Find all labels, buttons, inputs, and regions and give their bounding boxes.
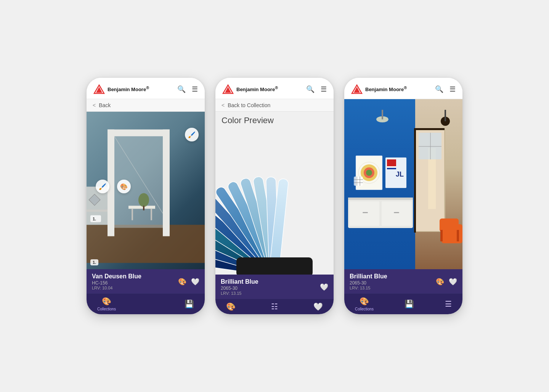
svg-rect-31 bbox=[236, 257, 313, 275]
phone1-room-content: 1. 🖌️ 🖌️ 🎨 1. bbox=[87, 112, 205, 269]
save-nav-item-3[interactable]: 💾 bbox=[405, 299, 414, 308]
color-info-row-3: Brilliant Blue 2065-30 LRV: 13.15 🎨 🤍 bbox=[350, 273, 457, 290]
heart-nav-icon: 🤍 bbox=[313, 302, 323, 311]
bm-brand-name-2: Benjamin Moore® bbox=[236, 85, 278, 92]
color-details: Van Deusen Blue HC-156 LRV: 10.04 bbox=[92, 273, 141, 290]
svg-text:JL: JL bbox=[396, 170, 404, 178]
svg-rect-9 bbox=[132, 209, 133, 220]
bm-logo-icon-2 bbox=[222, 84, 234, 94]
svg-rect-41 bbox=[419, 146, 441, 147]
phone2-color-info: Brilliant Blue 2065-30 LRV: 13.15 🤍 bbox=[215, 275, 334, 299]
color-name: Van Deusen Blue bbox=[92, 273, 141, 280]
collections-nav-item-3[interactable]: 🎨 Collections bbox=[355, 297, 374, 311]
back-chevron: < bbox=[93, 102, 96, 108]
svg-rect-44 bbox=[350, 201, 379, 226]
collections-label: Collections bbox=[97, 307, 116, 311]
svg-point-11 bbox=[138, 193, 149, 207]
save-icon: 💾 bbox=[185, 299, 194, 308]
fan-deck-icon-3[interactable]: 🎨 bbox=[436, 278, 444, 286]
color-chip-button[interactable]: 🎨 bbox=[117, 180, 131, 193]
search-icon[interactable]: 🔍 bbox=[177, 85, 186, 93]
color-details-2: Brilliant Blue 2065-30 LRV: 13.15 bbox=[221, 278, 258, 296]
color-code-2: 2065-30 bbox=[221, 286, 258, 291]
phone2-nav: < Back to Collection bbox=[215, 99, 334, 112]
phone2-footer: 🎨 ☷ 🤍 bbox=[215, 299, 334, 314]
phone1-nav: < Back bbox=[87, 99, 205, 112]
grid-icon: ☷ bbox=[271, 302, 278, 311]
color-info-row-2: Brilliant Blue 2065-30 LRV: 13.15 🤍 bbox=[221, 278, 328, 296]
benjamin-moore-logo-2: Benjamin Moore® bbox=[222, 84, 278, 94]
room3-scene-overlay: JL bbox=[344, 99, 462, 269]
lrv-value-3: LRV: 13.15 bbox=[350, 286, 387, 290]
color-action-icons-2: 🤍 bbox=[320, 283, 328, 291]
bm-logo-icon-3 bbox=[351, 84, 363, 94]
phone-2: Benjamin Moore® 🔍 ☰ < Back to Collection… bbox=[215, 78, 334, 314]
heart-icon-2[interactable]: 🤍 bbox=[320, 283, 328, 291]
svg-rect-63 bbox=[457, 230, 459, 241]
bm-logo-icon bbox=[93, 84, 105, 94]
svg-rect-2 bbox=[87, 225, 205, 263]
heart-nav-item[interactable]: 🤍 bbox=[313, 302, 323, 311]
svg-rect-5 bbox=[108, 130, 170, 137]
bm-brand-name: Benjamin Moore® bbox=[108, 85, 149, 92]
save-nav-item[interactable]: 💾 bbox=[185, 299, 194, 308]
sliders-icon: ☰ bbox=[445, 299, 452, 308]
svg-rect-62 bbox=[440, 230, 443, 241]
save-icon-3: 💾 bbox=[405, 299, 414, 308]
phones-container: Benjamin Moore® 🔍 ☰ < Back bbox=[87, 78, 462, 314]
grid-nav-item[interactable]: ☷ bbox=[271, 302, 278, 311]
svg-rect-58 bbox=[387, 168, 396, 169]
header-actions: 🔍 ☰ bbox=[177, 85, 198, 93]
room1-background: 1. 🖌️ 🖌️ 🎨 1. bbox=[87, 112, 205, 269]
phone-1: Benjamin Moore® 🔍 ☰ < Back bbox=[87, 78, 205, 314]
svg-rect-47 bbox=[394, 212, 399, 213]
color-action-icons-3: 🎨 🤍 bbox=[436, 278, 457, 286]
svg-text:1.: 1. bbox=[93, 217, 96, 221]
svg-point-53 bbox=[366, 170, 372, 176]
svg-rect-12 bbox=[143, 206, 144, 210]
menu-icon-3[interactable]: ☰ bbox=[449, 85, 456, 93]
fan-deck-icon[interactable]: 🎨 bbox=[178, 278, 186, 286]
color-name-2: Brilliant Blue bbox=[221, 278, 258, 285]
menu-icon[interactable]: ☰ bbox=[192, 85, 198, 93]
phone1-header: Benjamin Moore® 🔍 ☰ bbox=[87, 78, 205, 99]
menu-icon-2[interactable]: ☰ bbox=[321, 85, 327, 93]
paint-brush-button[interactable]: 🖌️ bbox=[96, 180, 109, 193]
fan-svg bbox=[215, 141, 334, 275]
palette-icon: 🎨 bbox=[102, 297, 111, 306]
svg-rect-43 bbox=[348, 198, 413, 200]
palette-icon-3: 🎨 bbox=[360, 297, 369, 306]
svg-rect-14 bbox=[87, 210, 108, 212]
svg-rect-38 bbox=[414, 128, 445, 130]
heart-icon-3[interactable]: 🤍 bbox=[449, 278, 457, 286]
svg-rect-4 bbox=[163, 130, 170, 236]
back-button[interactable]: < Back bbox=[93, 102, 111, 108]
paint-roller-icon: 🎨 bbox=[226, 302, 236, 311]
phone2-header: Benjamin Moore® 🔍 ☰ bbox=[215, 78, 334, 99]
lrv-value: LRV: 10.04 bbox=[92, 286, 141, 290]
paint-nav-item[interactable]: 🎨 bbox=[226, 302, 236, 311]
phone3-footer: 🎨 Collections 💾 ☰ bbox=[344, 293, 462, 314]
color-info-row: Van Deusen Blue HC-156 LRV: 10.04 🎨 🤍 bbox=[92, 273, 199, 290]
collections-nav-item[interactable]: 🎨 Collections bbox=[97, 297, 116, 311]
svg-rect-65 bbox=[445, 110, 446, 121]
color-name-3: Brilliant Blue bbox=[350, 273, 387, 280]
color-code: HC-156 bbox=[92, 280, 141, 286]
paint-roller-button[interactable]: 🖌️ bbox=[185, 128, 199, 141]
color-fan bbox=[215, 128, 334, 275]
search-icon-3[interactable]: 🔍 bbox=[435, 85, 443, 93]
phone3-header: Benjamin Moore® 🔍 ☰ bbox=[344, 78, 462, 99]
color-details-3: Brilliant Blue 2065-30 LRV: 13.15 bbox=[350, 273, 387, 290]
phone3-room-content: JL bbox=[344, 99, 462, 269]
heart-icon[interactable]: 🤍 bbox=[191, 278, 199, 286]
label-badge: 1. bbox=[90, 259, 98, 265]
svg-rect-56 bbox=[387, 159, 396, 166]
phone-3: Benjamin Moore® 🔍 ☰ bbox=[344, 78, 462, 314]
back-to-collection-button[interactable]: < Back to Collection bbox=[222, 102, 270, 108]
sliders-nav-item[interactable]: ☰ bbox=[445, 299, 452, 308]
svg-rect-57 bbox=[387, 166, 396, 168]
color-code-3: 2065-30 bbox=[350, 280, 387, 286]
svg-rect-45 bbox=[382, 201, 411, 226]
lrv-value-2: LRV: 13.15 bbox=[221, 291, 258, 296]
search-icon-2[interactable]: 🔍 bbox=[306, 85, 315, 93]
